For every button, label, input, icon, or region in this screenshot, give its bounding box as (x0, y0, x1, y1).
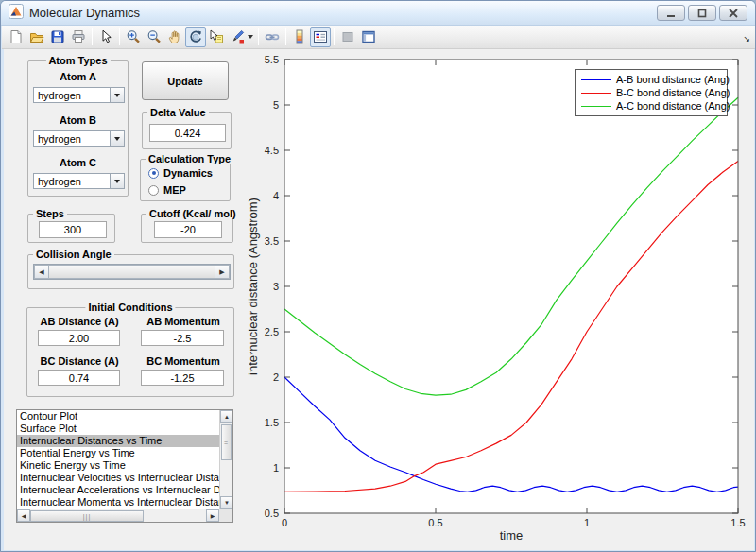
chevron-down-icon (114, 94, 120, 97)
save-figure-button[interactable] (47, 27, 68, 47)
slider-right-arrow[interactable]: ▶ (215, 265, 230, 279)
atom-c-dropdown-button[interactable] (110, 174, 124, 188)
brush-icon (230, 29, 245, 44)
rotate-3d-button[interactable] (185, 27, 206, 47)
list-item[interactable]: Internuclear Velocities vs Internuclear … (17, 472, 219, 484)
list-item[interactable]: Surface Plot (17, 423, 219, 435)
bc-momentum-label: BC Momentum (131, 355, 235, 367)
link-plots-icon (265, 29, 280, 44)
toolbar-separator (258, 28, 259, 45)
cutoff-field[interactable] (154, 221, 222, 238)
bc-distance-field[interactable] (38, 370, 120, 386)
atom-a-dropdown-button[interactable] (110, 88, 124, 102)
toolbar-overflow-chevron[interactable]: ↘ (743, 34, 750, 43)
scroll-down-arrow[interactable]: ▼ (220, 496, 233, 509)
show-plot-tools-dock-figure-button[interactable] (358, 27, 379, 47)
delta-value-group: Delta Value (142, 112, 232, 149)
atom-c-label: Atom C (28, 157, 128, 168)
zoom-in-icon (126, 29, 141, 44)
print-figure-icon (71, 29, 86, 44)
toolbar-separator (285, 28, 286, 45)
plot-legend[interactable]: A-B bond distance (Ang)B-C bond distance… (575, 69, 728, 116)
scroll-up-arrow[interactable]: ▲ (220, 410, 233, 423)
dynamics-radio-label: Dynamics (163, 167, 213, 179)
atom-a-value: hydrogen (34, 90, 110, 101)
listbox-horizontal-scrollbar[interactable]: ◀ ||| ▶ (17, 509, 219, 522)
list-item[interactable]: Internuclear Momenta vs Internuclear Dis… (17, 496, 219, 509)
ab-distance-field[interactable] (38, 330, 120, 346)
zoom-out-button[interactable] (144, 27, 164, 47)
edit-plot-button[interactable] (95, 27, 116, 47)
scroll-right-arrow[interactable]: ▶ (206, 509, 219, 522)
mep-radio-label: MEP (163, 184, 186, 196)
zoom-in-button[interactable] (123, 27, 144, 47)
steps-group: Steps (27, 214, 115, 243)
dynamics-radio-row[interactable]: Dynamics (148, 167, 213, 179)
brush-data-button[interactable] (227, 27, 248, 47)
mep-radio[interactable] (148, 185, 159, 196)
initial-conditions-legend: Initial Conditions (85, 302, 175, 313)
calculation-type-legend: Calculation Type (146, 153, 233, 164)
collision-angle-slider[interactable]: ◀ ▶ (33, 264, 231, 280)
toolbar-separator (92, 28, 93, 45)
pan-button[interactable] (164, 27, 185, 47)
atom-b-dropdown[interactable]: hydrogen (33, 130, 125, 147)
steps-legend: Steps (33, 208, 67, 219)
data-cursor-button[interactable] (206, 27, 227, 47)
atom-b-value: hydrogen (34, 133, 110, 145)
vertical-scroll-thumb[interactable]: = (221, 424, 232, 460)
ab-momentum-label: AB Momentum (131, 316, 235, 327)
dynamics-radio[interactable] (148, 168, 159, 179)
steps-field[interactable] (39, 221, 107, 238)
collision-angle-legend: Collision Angle (33, 249, 114, 260)
new-figure-button[interactable] (6, 27, 26, 47)
atom-c-dropdown[interactable]: hydrogen (33, 173, 125, 189)
y-axis-label: internuclear distance (Angstrom) (246, 198, 260, 375)
minimize-button[interactable] (657, 5, 685, 21)
list-item[interactable]: Potential Energy vs Time (17, 447, 219, 459)
cutoff-legend: Cutoff (Kcal/ mol) (146, 208, 239, 219)
zoom-out-icon (146, 29, 162, 44)
link-plot-button[interactable] (262, 27, 283, 47)
maximize-button[interactable] (688, 5, 716, 21)
delta-value-field[interactable] (149, 124, 226, 142)
mep-radio-row[interactable]: MEP (148, 184, 186, 196)
legend-line-sample (581, 79, 611, 80)
chevron-down-icon (114, 180, 120, 183)
brush-dropdown-caret-icon[interactable] (248, 35, 253, 39)
window-title: Molecular Dynamics (29, 6, 140, 20)
close-button[interactable] (719, 5, 747, 21)
legend-label: A-B bond distance (Ang) (616, 74, 730, 85)
list-item[interactable]: Contour Plot (17, 410, 219, 423)
update-button[interactable]: Update (142, 61, 229, 100)
open-file-button[interactable] (26, 27, 47, 47)
titlebar[interactable]: Molecular Dynamics (1, 1, 755, 26)
slider-thumb[interactable] (49, 265, 215, 279)
atom-b-dropdown-button[interactable] (110, 131, 124, 146)
hide-plot-tools-button[interactable] (337, 27, 358, 47)
rotate-3d-icon (188, 29, 203, 44)
list-item[interactable]: Internuclear Distances vs Time (17, 435, 219, 447)
insert-legend-button[interactable] (310, 27, 331, 47)
ab-momentum-field[interactable] (141, 330, 224, 346)
atom-a-dropdown[interactable]: hydrogen (33, 87, 125, 103)
bc-momentum-field[interactable] (141, 370, 224, 386)
print-figure-button[interactable] (68, 27, 89, 47)
delta-value-legend: Delta Value (147, 107, 209, 118)
slider-left-arrow[interactable]: ◀ (34, 265, 49, 279)
toolbar-separator (334, 28, 335, 45)
new-figure-icon (9, 29, 24, 44)
figure-window-icon (361, 29, 376, 44)
listbox-vertical-scrollbar[interactable]: ▲ = ▼ (219, 410, 232, 509)
legend-entry: B-C bond distance (Ang) (579, 86, 723, 99)
collision-angle-group: Collision Angle ◀ ▶ (27, 254, 234, 289)
legend-label: A-C bond distance (Ang) (616, 100, 730, 112)
legend-entry: A-B bond distance (Ang) (579, 73, 723, 86)
insert-colorbar-button[interactable] (289, 27, 310, 47)
list-item[interactable]: Internuclear Accelerations vs Internucle… (17, 484, 219, 496)
horizontal-scroll-thumb[interactable]: ||| (30, 510, 144, 522)
colorbar-icon (292, 29, 307, 44)
scroll-left-arrow[interactable]: ◀ (17, 509, 30, 522)
list-item[interactable]: Kinetic Energy vs Time (17, 459, 219, 472)
plot-type-listbox[interactable]: Contour PlotSurface PlotInternuclear Dis… (16, 409, 233, 523)
